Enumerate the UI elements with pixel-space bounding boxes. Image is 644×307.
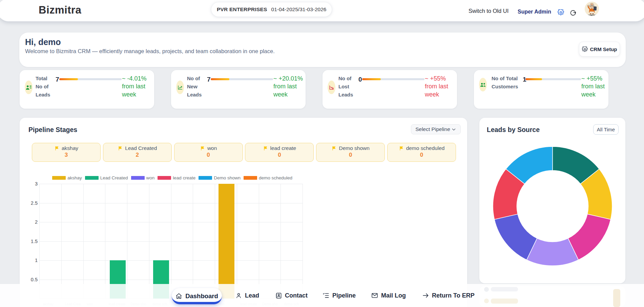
svg-text:BIZMITRA: BIZMITRA (587, 14, 596, 16)
